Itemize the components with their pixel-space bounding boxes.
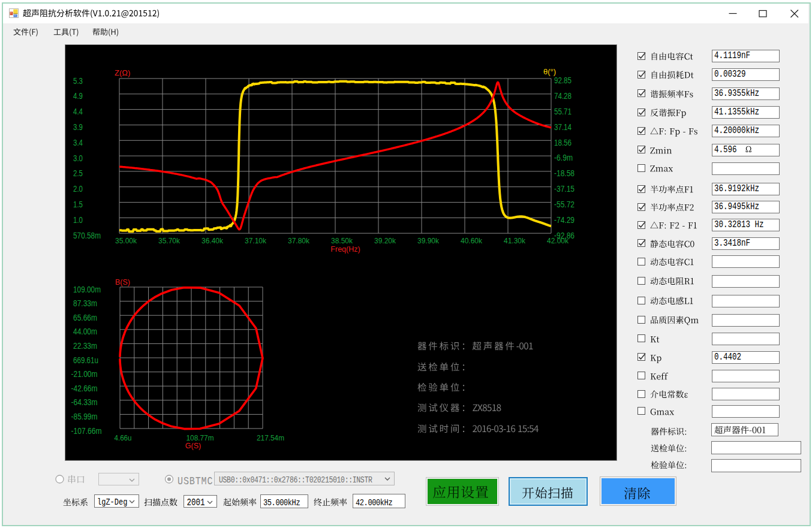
svg-text:1.5: 1.5: [73, 200, 83, 209]
svg-text:42.00k: 42.00k: [547, 236, 569, 245]
svg-text:3.0: 3.0: [73, 153, 83, 163]
svg-text:4.66u: 4.66u: [115, 433, 132, 442]
svg-text:36.40k: 36.40k: [202, 236, 223, 245]
svg-text:-6.9m: -6.9m: [554, 153, 573, 162]
svg-text:-21.00m: -21.00m: [71, 369, 98, 379]
svg-text:4.9: 4.9: [73, 91, 83, 101]
svg-text:55.71: 55.71: [554, 107, 572, 116]
svg-text:Z(Ω): Z(Ω): [115, 68, 130, 77]
svg-text:41.30k: 41.30k: [504, 236, 525, 245]
svg-text:θ(°): θ(°): [543, 67, 556, 76]
svg-text:39.90k: 39.90k: [417, 236, 439, 245]
svg-text:87.33m: 87.33m: [73, 298, 97, 308]
svg-text:-42.66m: -42.66m: [71, 384, 98, 393]
svg-text:-74.29: -74.29: [554, 215, 575, 225]
svg-text:4.4: 4.4: [73, 107, 83, 116]
svg-text:37.80k: 37.80k: [288, 236, 309, 245]
svg-text:3.4: 3.4: [73, 138, 83, 147]
svg-text:2.5: 2.5: [73, 168, 83, 178]
svg-text:35.70k: 35.70k: [158, 236, 180, 245]
svg-text:G(S): G(S): [185, 442, 201, 450]
svg-text:35.00k: 35.00k: [115, 236, 137, 245]
svg-text:38.50k: 38.50k: [331, 236, 353, 245]
svg-text:Freq(Hz): Freq(Hz): [330, 245, 360, 254]
svg-text:-85.99m: -85.99m: [71, 412, 98, 421]
svg-text:1.0: 1.0: [73, 215, 83, 225]
svg-text:108.77m: 108.77m: [187, 433, 214, 442]
svg-text:39.20k: 39.20k: [374, 236, 396, 245]
svg-text:-64.33m: -64.33m: [71, 397, 98, 407]
svg-text:-55.72: -55.72: [554, 200, 575, 209]
svg-text:3.9: 3.9: [73, 122, 83, 132]
svg-text:40.60k: 40.60k: [461, 236, 482, 245]
svg-text:22.33m: 22.33m: [73, 341, 97, 351]
svg-text:18.56: 18.56: [554, 138, 572, 147]
svg-text:92.85: 92.85: [554, 76, 572, 85]
svg-text:-37.15: -37.15: [554, 184, 575, 194]
svg-text:669.61u: 669.61u: [73, 355, 98, 365]
svg-text:-107.66m: -107.66m: [71, 426, 102, 436]
svg-text:44.00m: 44.00m: [73, 327, 97, 336]
svg-text:65.66m: 65.66m: [73, 313, 97, 322]
svg-text:37.14: 37.14: [554, 122, 572, 132]
svg-text:74.28: 74.28: [554, 91, 572, 101]
svg-text:B(S): B(S): [115, 278, 130, 286]
svg-text:37.10k: 37.10k: [245, 236, 266, 245]
svg-text:5.3: 5.3: [73, 76, 83, 86]
svg-text:-18.58: -18.58: [554, 168, 575, 178]
svg-text:2.0: 2.0: [73, 184, 83, 194]
svg-text:570.58m: 570.58m: [73, 231, 101, 240]
svg-text:217.54m: 217.54m: [257, 433, 284, 442]
svg-text:109.00m: 109.00m: [73, 285, 101, 294]
